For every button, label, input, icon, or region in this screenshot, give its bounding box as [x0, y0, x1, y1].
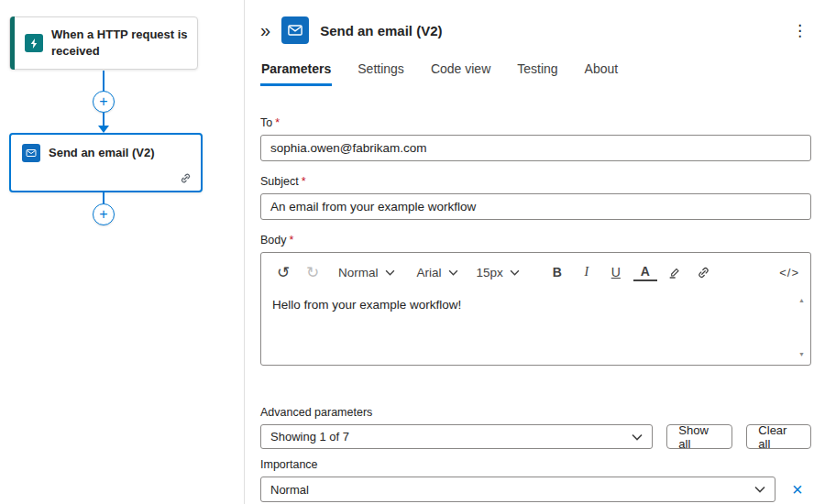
- parameters-form: To* sophia.owen@fabrikam.com Subject* An…: [260, 116, 811, 502]
- body-value[interactable]: Hello from your example workflow!: [261, 291, 810, 318]
- required-asterisk: *: [290, 234, 294, 247]
- outlook-icon: [22, 144, 40, 162]
- chevron-down-icon: [510, 269, 520, 276]
- show-all-button[interactable]: Show all: [666, 424, 732, 449]
- tab-code-view[interactable]: Code view: [430, 58, 491, 86]
- panel-header: » Send an email (V2) ⋮: [260, 15, 811, 46]
- importance-label: Importance: [260, 458, 811, 471]
- subject-value: An email from your example workflow: [270, 200, 476, 214]
- plus-icon: +: [99, 94, 107, 109]
- connector-arrow-icon: [98, 126, 109, 133]
- subject-label: Subject*: [260, 175, 811, 188]
- clear-all-button[interactable]: Clear all: [746, 424, 811, 449]
- subject-input[interactable]: An email from your example workflow: [260, 193, 811, 220]
- redo-icon[interactable]: ↻: [302, 259, 324, 285]
- to-value: sophia.owen@fabrikam.com: [270, 141, 427, 155]
- scroll-up-icon[interactable]: ▲: [798, 297, 805, 303]
- code-view-icon[interactable]: </>: [779, 259, 799, 285]
- advanced-parameters-value: Showing 1 of 7: [270, 430, 349, 444]
- tab-parameters[interactable]: Parameters: [260, 58, 332, 86]
- connector-line: [103, 71, 104, 92]
- paragraph-style-dropdown[interactable]: Normal: [333, 259, 401, 285]
- body-field: Body* ↺ ↻ Normal Arial 15px: [260, 234, 811, 366]
- collapse-panel-icon[interactable]: »: [260, 21, 270, 39]
- more-menu-icon[interactable]: ⋮: [788, 21, 811, 40]
- advanced-parameters-section: Advanced parameters Showing 1 of 7 Show …: [260, 406, 811, 449]
- chevron-down-icon: [754, 486, 765, 493]
- insert-step-button[interactable]: +: [93, 91, 115, 113]
- add-step-button[interactable]: +: [93, 203, 115, 225]
- undo-icon[interactable]: ↺: [272, 259, 294, 285]
- chevron-down-icon: [448, 269, 458, 276]
- panel-title: Send an email (V2): [320, 23, 442, 38]
- subject-field: Subject* An email from your example work…: [260, 175, 811, 220]
- tab-testing[interactable]: Testing: [516, 58, 558, 86]
- body-rich-text-editor[interactable]: ↺ ↻ Normal Arial 15px B: [260, 252, 811, 366]
- body-label: Body*: [260, 234, 811, 247]
- connection-link-icon[interactable]: [179, 171, 192, 185]
- italic-icon[interactable]: I: [575, 259, 599, 285]
- required-asterisk: *: [302, 175, 306, 188]
- chevron-down-icon: [632, 433, 643, 441]
- to-label: To*: [260, 116, 811, 129]
- plus-icon: +: [99, 207, 107, 222]
- advanced-parameters-dropdown[interactable]: Showing 1 of 7: [260, 424, 653, 449]
- importance-value: Normal: [270, 483, 309, 497]
- format-buttons: B I U A: [545, 259, 716, 285]
- importance-dropdown[interactable]: Normal: [260, 477, 776, 502]
- importance-field: Importance Normal ×: [260, 458, 811, 502]
- action-card-label: Send an email (V2): [49, 145, 155, 161]
- chevron-down-icon: [385, 269, 395, 276]
- trigger-card[interactable]: When a HTTP request is received: [9, 16, 198, 70]
- workflow-canvas: When a HTTP request is received + Send a…: [0, 0, 244, 504]
- rich-text-toolbar: ↺ ↻ Normal Arial 15px B: [261, 253, 810, 291]
- tab-settings[interactable]: Settings: [357, 58, 405, 86]
- underline-icon[interactable]: U: [604, 259, 628, 285]
- link-icon[interactable]: [692, 259, 716, 285]
- advanced-parameters-label: Advanced parameters: [260, 406, 811, 419]
- action-card-selected[interactable]: Send an email (V2): [9, 133, 203, 192]
- required-asterisk: *: [275, 116, 280, 129]
- action-config-panel: » Send an email (V2) ⋮ Parameters Settin…: [244, 0, 825, 504]
- to-field: To* sophia.owen@fabrikam.com: [260, 116, 811, 161]
- font-family-dropdown[interactable]: Arial: [412, 259, 464, 285]
- trigger-card-label: When a HTTP request is received: [51, 27, 188, 59]
- to-input[interactable]: sophia.owen@fabrikam.com: [260, 135, 811, 161]
- scroll-down-icon[interactable]: ▼: [798, 351, 805, 357]
- tab-bar: Parameters Settings Code view Testing Ab…: [260, 58, 811, 86]
- remove-parameter-icon[interactable]: ×: [792, 480, 803, 499]
- tab-about[interactable]: About: [584, 58, 620, 86]
- connector-line: [103, 113, 104, 126]
- http-trigger-icon: [25, 34, 43, 52]
- font-color-icon[interactable]: A: [633, 264, 657, 281]
- bold-icon[interactable]: B: [545, 259, 569, 285]
- outlook-icon: [281, 16, 309, 44]
- highlight-icon[interactable]: [663, 259, 687, 285]
- font-size-dropdown[interactable]: 15px: [471, 259, 525, 285]
